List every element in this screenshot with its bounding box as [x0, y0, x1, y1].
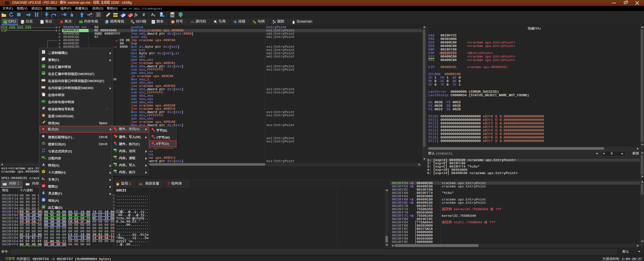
svg-text:42: 42 [43, 185, 45, 187]
svg-text:10: 10 [43, 53, 44, 54]
svg-text:32: 32 [43, 206, 45, 208]
svg-text:32: 32 [43, 73, 45, 75]
svg-text:S: S [97, 13, 99, 17]
svg-text:z: z [154, 14, 155, 17]
svg-text:32: 32 [4, 21, 7, 23]
svg-text:<>: <> [191, 21, 194, 24]
svg-text:<>: <> [152, 21, 155, 24]
svg-text:W: W [154, 137, 155, 139]
svg-text:B: B [154, 130, 155, 132]
svg-text:D: D [154, 144, 155, 146]
svg-text:#: # [143, 13, 145, 17]
svg-text:z: z [44, 178, 45, 181]
svg-text:A: A [42, 177, 44, 180]
svg-text:32: 32 [43, 66, 45, 68]
svg-text:A: A [151, 13, 154, 17]
svg-text:x=: x= [140, 183, 142, 185]
svg-text:fx: fx [135, 13, 138, 17]
svg-text:@: @ [42, 199, 45, 201]
